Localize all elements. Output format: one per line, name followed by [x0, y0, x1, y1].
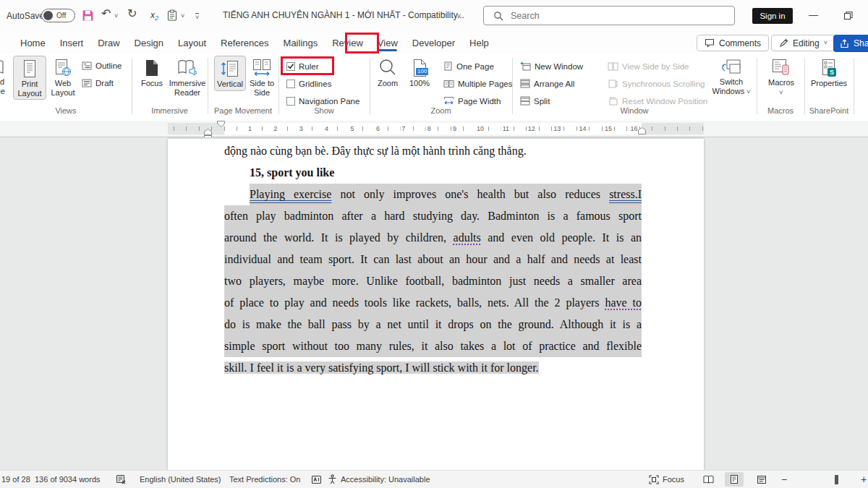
macros-group-label: Macros [757, 106, 804, 115]
text-predictions-icon[interactable] [311, 471, 322, 488]
focus-button[interactable]: Focus [136, 56, 168, 90]
multiple-pages-button[interactable]: Multiple Pages [443, 77, 512, 90]
switch-windows-button[interactable]: Switch Windows ˅ [709, 56, 754, 97]
print-layout-view-button[interactable] [725, 472, 744, 487]
new-window-icon [520, 61, 531, 71]
word-count[interactable]: 136 of 9034 words [35, 471, 101, 488]
save-icon[interactable] [82, 9, 94, 22]
share-button[interactable]: Share [833, 35, 868, 52]
pencil-icon [779, 38, 788, 48]
one-page-button[interactable]: One Page [443, 59, 494, 73]
switch-windows-chevron-icon: ˅ [746, 88, 750, 95]
zoom-in-button[interactable]: + [861, 471, 867, 488]
paste-chevron-icon[interactable]: ˅ [181, 13, 184, 20]
first-line-indent-marker[interactable] [217, 121, 225, 127]
tab-view[interactable]: View [375, 34, 400, 52]
zoom-out-button[interactable]: − [781, 471, 787, 488]
split-icon [520, 96, 530, 106]
group-divider [854, 58, 854, 114]
zoom-slider-thumb[interactable] [835, 475, 838, 484]
draft-button[interactable]: Draft [82, 76, 114, 90]
paragraph-line: two players, maybe more. Unlike football… [224, 270, 642, 292]
undo-icon[interactable]: ↶ [101, 8, 111, 20]
zoom-100-button[interactable]: 100 100% [404, 56, 435, 90]
tab-references[interactable]: References [218, 34, 271, 52]
autosave-toggle[interactable]: Off [41, 9, 75, 22]
minimize-icon[interactable]: — [809, 9, 818, 20]
zoom-button[interactable]: Zoom [372, 56, 404, 90]
view-side-by-side-button[interactable]: View Side by Side [608, 59, 689, 73]
ruler-number: 5 [349, 124, 355, 133]
print-layout-button[interactable]: Print Layout [13, 56, 46, 100]
ruler-number: 9 [451, 124, 458, 133]
arrange-all-icon [520, 79, 530, 88]
proofing-errors-icon[interactable] [116, 471, 127, 488]
selected-paragraph[interactable]: Playing exercise not only improves one's… [224, 184, 642, 379]
redo-icon[interactable]: ↻ [127, 8, 137, 20]
paragraph-line: often play badminton after a hard studyi… [224, 205, 642, 227]
undo-chevron-icon[interactable]: ˅ [114, 13, 118, 20]
arrange-all-button[interactable]: Arrange All [520, 77, 574, 90]
paragraph-line: simple sport without too many rules, it … [224, 335, 642, 357]
web-layout-button[interactable]: Web Layout [46, 56, 80, 98]
draft-icon [82, 79, 92, 87]
search-input[interactable] [509, 10, 700, 22]
synchronous-scrolling-button[interactable]: Synchronous Scrolling [608, 77, 705, 90]
tab-layout[interactable]: Layout [176, 34, 208, 52]
paragraph-previous-line: động nào cùng bạn bè. Đây thực sự là một… [224, 140, 642, 162]
tab-mailings[interactable]: Mailings [281, 34, 320, 52]
restore-icon[interactable] [843, 11, 853, 20]
ruler-number: 7 [400, 124, 407, 133]
right-indent-marker[interactable] [638, 127, 646, 134]
immersive-group-label: Immersive [132, 106, 208, 115]
language-indicator[interactable]: English (United States) [140, 471, 221, 488]
tab-help[interactable]: Help [467, 34, 491, 52]
macros-button[interactable]: Macros˅ [761, 56, 801, 98]
zoom-slider[interactable] [793, 479, 859, 488]
view-side-by-side-icon [608, 62, 618, 71]
document-page[interactable]: động nào cùng bạn bè. Đây thực sự là một… [168, 139, 704, 470]
accessibility-status[interactable]: Accessibility: Unavailable [328, 471, 430, 488]
paste-options-icon[interactable] [167, 9, 177, 21]
gridlines-checkbox[interactable]: Gridlines [286, 77, 331, 90]
tab-insert[interactable]: Insert [58, 34, 86, 52]
subscript-icon[interactable]: x2 [150, 10, 158, 22]
text-predictions-indicator[interactable]: Text Predictions: On [229, 471, 300, 488]
editing-mode-button[interactable]: Editing ˅ [771, 35, 835, 51]
new-window-button[interactable]: New Window [520, 59, 583, 73]
views-group-label: Views [0, 106, 132, 115]
paragraph-line: Playing exercise not only improves one's… [250, 184, 642, 205]
customize-qat-icon[interactable]: ˅ [195, 13, 199, 21]
paragraph-line: individual and team sport. It can last a… [224, 249, 642, 270]
read-mode-view-button[interactable] [699, 472, 718, 487]
properties-button[interactable]: S Properties [806, 56, 852, 90]
page-indicator[interactable]: 19 of 28 [1, 471, 30, 488]
focus-toggle[interactable]: Focus [649, 471, 684, 488]
synchronous-scrolling-icon [608, 80, 618, 88]
search-box[interactable] [483, 6, 735, 25]
ruler-number: 3 [298, 124, 305, 133]
read-mode-button[interactable]: Read Mode [0, 56, 12, 97]
autosave-label: AutoSave [7, 11, 44, 21]
immersive-reader-button[interactable]: Immersive Reader [168, 56, 207, 98]
title-chevron-icon[interactable]: ˅ [457, 13, 461, 20]
horizontal-ruler[interactable]: 1 2 3 4 5 6 7 8 9 10 11 12 13 14 15 16 [0, 121, 868, 137]
ruler-number: 6 [375, 124, 381, 133]
status-bar: 19 of 28 136 of 9034 words English (Unit… [0, 470, 868, 488]
tab-design[interactable]: Design [132, 34, 166, 52]
outline-button[interactable]: Outline [82, 59, 122, 72]
ruler-checkbox-box [286, 62, 295, 71]
autosave-state: Off [56, 12, 66, 20]
toggle-knob [43, 11, 53, 20]
tab-draw[interactable]: Draw [95, 34, 122, 52]
side-to-side-button[interactable]: Side to Side [247, 56, 277, 98]
tab-developer[interactable]: Developer [410, 34, 457, 52]
web-layout-view-button[interactable] [752, 472, 771, 487]
tab-review[interactable]: Review [330, 34, 365, 52]
ruler-checkbox[interactable]: Ruler [286, 59, 318, 73]
vertical-button[interactable]: Vertical [214, 56, 246, 91]
sign-in-button[interactable]: Sign in [752, 8, 793, 24]
tab-home[interactable]: Home [18, 34, 48, 52]
comments-button[interactable]: Comments [697, 35, 769, 51]
ribbon: Read Mode Print Layout Web Layout Outlin… [0, 53, 868, 121]
